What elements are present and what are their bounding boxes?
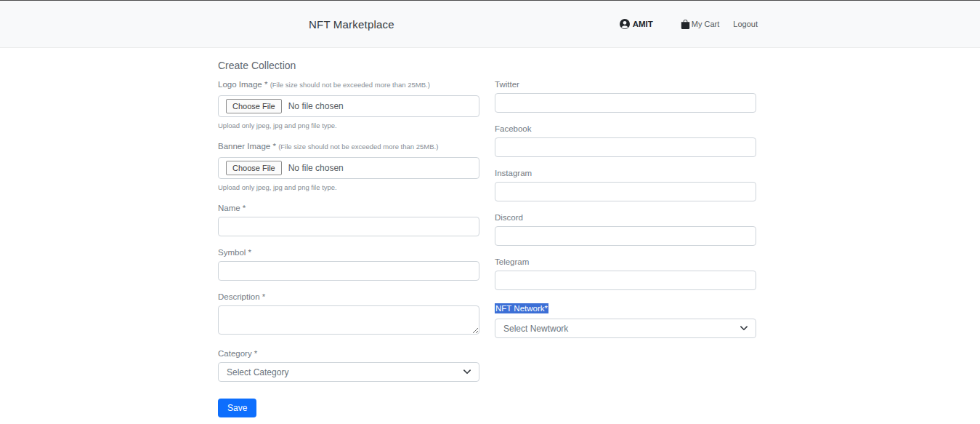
telegram-group: Telegram (495, 257, 756, 290)
facebook-field[interactable] (495, 137, 756, 157)
facebook-group: Facebook (495, 124, 756, 157)
form-right-column: Twitter Facebook Instagram Discord Teleg… (495, 79, 756, 349)
instagram-group: Instagram (495, 168, 756, 201)
header-nav: AMIT My Cart Logout (620, 19, 758, 29)
discord-field[interactable] (495, 226, 756, 246)
banner-image-label-text: Banner Image * (218, 142, 276, 151)
logo-image-label: Logo Image * (File size should not be ex… (218, 79, 479, 90)
twitter-label: Twitter (495, 79, 756, 89)
category-select[interactable]: Select Category (218, 362, 479, 382)
form-left-column: Logo Image * (File size should not be ex… (218, 79, 479, 417)
logo-image-group: Logo Image * (File size should not be ex… (218, 79, 479, 129)
category-group: Category * Select Category (218, 348, 479, 382)
user-menu[interactable]: AMIT (620, 19, 653, 29)
symbol-field[interactable] (218, 261, 479, 281)
discord-group: Discord (495, 212, 756, 246)
twitter-group: Twitter (495, 79, 756, 113)
telegram-label: Telegram (495, 257, 756, 267)
logo-upload-helper: Upload only jpeg, jpg and png file type. (218, 121, 479, 129)
banner-file-status: No file chosen (288, 163, 344, 173)
description-label: Description * (218, 292, 479, 302)
save-button[interactable]: Save (218, 399, 256, 417)
my-cart-link[interactable]: My Cart (681, 20, 720, 29)
user-name: AMIT (633, 20, 653, 28)
logo-image-size-hint: (File size should not be exceeded more t… (270, 81, 430, 89)
discord-label: Discord (495, 212, 756, 223)
nft-network-label: NFT Network* (495, 303, 548, 313)
banner-choose-file-button[interactable]: Choose File (226, 161, 282, 175)
banner-file-input[interactable]: Choose File No file chosen (218, 157, 479, 179)
symbol-group: Symbol * (218, 247, 479, 281)
logo-choose-file-button[interactable]: Choose File (226, 99, 282, 113)
banner-image-label: Banner Image * (File size should not be … (218, 141, 479, 152)
logo-file-input[interactable]: Choose File No file chosen (218, 95, 479, 117)
banner-upload-helper: Upload only jpeg, jpg and png file type. (218, 183, 479, 191)
banner-image-size-hint: (File size should not be exceeded more t… (278, 143, 438, 151)
category-label: Category * (218, 348, 479, 359)
facebook-label: Facebook (495, 124, 756, 134)
page-title: Create Collection (218, 60, 756, 71)
banner-image-group: Banner Image * (File size should not be … (218, 141, 479, 191)
telegram-field[interactable] (495, 271, 756, 290)
shopping-bag-icon (681, 20, 690, 29)
logo-image-label-text: Logo Image * (218, 80, 267, 89)
name-field[interactable] (218, 217, 479, 236)
logout-link[interactable]: Logout (733, 20, 758, 28)
nft-network-group: NFT Network* Select Newtwork (495, 301, 756, 338)
top-navbar: NFT Marketplace AMIT My Cart Logout (0, 0, 980, 48)
create-collection-form: Create Collection Logo Image * (File siz… (218, 60, 756, 417)
twitter-field[interactable] (495, 93, 756, 113)
symbol-label: Symbol * (218, 247, 479, 257)
name-label: Name * (218, 203, 479, 213)
description-field[interactable] (218, 305, 479, 335)
brand-title: NFT Marketplace (309, 18, 394, 31)
person-circle-icon (620, 19, 630, 29)
instagram-label: Instagram (495, 168, 756, 178)
nft-network-select[interactable]: Select Newtwork (495, 319, 756, 338)
instagram-field[interactable] (495, 182, 756, 201)
name-group: Name * (218, 203, 479, 236)
description-group: Description * (218, 292, 479, 337)
logo-file-status: No file chosen (288, 101, 344, 111)
my-cart-label: My Cart (692, 20, 720, 28)
